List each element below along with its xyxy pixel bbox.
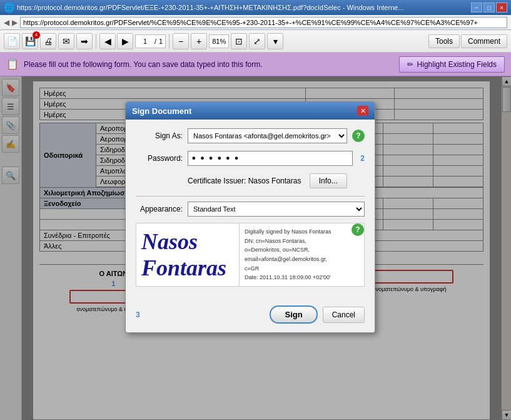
close-button[interactable]: × bbox=[496, 3, 507, 13]
cert-label: Certificate Issuer: Nasos Fontaras bbox=[188, 177, 301, 185]
sign-as-row: Sign As: Nasos Fontaras <afonta@gel.demo… bbox=[136, 128, 365, 143]
num2-label: 2 bbox=[360, 154, 365, 163]
sign-as-select[interactable]: Nasos Fontaras <afonta@gel.demokritos.gr… bbox=[188, 128, 347, 143]
separator bbox=[96, 34, 96, 49]
email-button[interactable]: ✉ bbox=[58, 33, 74, 49]
sig-details-area: Digitally signed by Nasos Fontaras DN: c… bbox=[239, 223, 352, 286]
tools-button[interactable]: Tools bbox=[428, 34, 460, 48]
address-bar: ◀ ▶ bbox=[0, 15, 511, 30]
main-area: 🔖 ☰ 📎 ✍ 🔍 Ημέρες Ημέρες bbox=[0, 76, 511, 420]
print-button[interactable]: 🖨 bbox=[40, 33, 56, 49]
zoom-value[interactable]: 81% bbox=[209, 34, 229, 48]
modal-close-button[interactable]: ✕ bbox=[357, 106, 368, 116]
sig-detail-3: o=Demokritos, ou=NCSR, bbox=[245, 246, 347, 254]
signature-preview: Nasos Fontaras Digitally signed by Nasos… bbox=[136, 223, 365, 287]
zoom-in-button[interactable]: + bbox=[191, 33, 207, 49]
sign-document-dialog: Sign Document ✕ Sign As: Nasos Fontaras … bbox=[125, 101, 375, 333]
sig-detail-6: Date: 2011.10.31 18:09:00 +02'00' bbox=[245, 274, 347, 282]
sign-as-help-button[interactable]: ? bbox=[352, 130, 365, 142]
page-indicator: / 1 bbox=[135, 34, 166, 48]
sig-detail-2: DN: cn=Nasos Fontaras, bbox=[245, 237, 347, 245]
page-number-input[interactable] bbox=[138, 38, 152, 45]
sig-name-area: Nasos Fontaras bbox=[136, 223, 239, 286]
minimize-button[interactable]: − bbox=[471, 3, 482, 13]
window-controls[interactable]: − □ × bbox=[471, 3, 507, 13]
appearance-label: Appearance: bbox=[136, 205, 183, 213]
browser-icon: 🌐 bbox=[4, 3, 14, 13]
appearance-select[interactable]: Standard Text bbox=[188, 202, 365, 217]
sign-button[interactable]: Sign bbox=[270, 305, 317, 324]
back-nav-icon[interactable]: ◀ bbox=[4, 18, 9, 27]
divider bbox=[136, 196, 365, 197]
password-row: Password: 2 bbox=[136, 151, 365, 166]
next-page-button[interactable]: ▶ bbox=[117, 33, 133, 49]
maximize-button[interactable]: □ bbox=[483, 3, 495, 13]
modal-titlebar: Sign Document ✕ bbox=[126, 102, 375, 120]
sig-detail-1: Digitally signed by Nasos Fontaras bbox=[245, 228, 347, 236]
forward-nav-icon[interactable]: ▶ bbox=[12, 18, 18, 27]
form-icon: 📋 bbox=[6, 58, 19, 70]
title-bar: 🌐 https://protocol.demokritos.gr/PDFServ… bbox=[0, 0, 511, 15]
highlight-icon: ✏ bbox=[407, 60, 413, 69]
more-button[interactable]: ▾ bbox=[267, 33, 283, 49]
modal-overlay: Sign Document ✕ Sign As: Nasos Fontaras … bbox=[0, 76, 511, 420]
badge: 4 bbox=[33, 31, 40, 39]
separator2 bbox=[169, 34, 169, 49]
save-button[interactable]: 💾 4 bbox=[22, 33, 38, 49]
address-input[interactable] bbox=[20, 17, 507, 28]
page-total: 1 bbox=[159, 38, 163, 45]
nav-controls[interactable]: ◀ ▶ bbox=[99, 33, 133, 49]
cancel-button[interactable]: Cancel bbox=[323, 307, 365, 323]
modal-body: Sign As: Nasos Fontaras <afonta@gel.demo… bbox=[126, 120, 375, 300]
password-input[interactable] bbox=[188, 151, 353, 166]
comment-button[interactable]: Comment bbox=[461, 34, 507, 48]
sig-help-button[interactable]: ? bbox=[352, 223, 364, 236]
page-separator: / bbox=[154, 38, 156, 45]
fit-page-button[interactable]: ⊡ bbox=[231, 33, 247, 49]
new-button[interactable]: 📄 bbox=[4, 33, 20, 49]
sign-as-label: Sign As: bbox=[136, 131, 183, 140]
info-button[interactable]: Info... bbox=[310, 173, 347, 188]
toolbar: 📄 💾 4 🖨 ✉ ➡ ◀ ▶ / 1 − + 81% ⊡ ⤢ ▾ Tools … bbox=[0, 30, 511, 53]
appearance-row: Appearance: Standard Text bbox=[136, 202, 365, 217]
prev-page-button[interactable]: ◀ bbox=[99, 33, 116, 49]
password-label: Password: bbox=[136, 154, 183, 163]
expand-button[interactable]: ⤢ bbox=[249, 33, 265, 49]
modal-footer: 3 Sign Cancel bbox=[126, 300, 375, 332]
notification-bar: 📋 Please fill out the following form. Yo… bbox=[0, 53, 511, 76]
sig-name-text: Nasos Fontaras bbox=[141, 228, 234, 281]
certificate-info: Certificate Issuer: Nasos Fontaras Info.… bbox=[136, 173, 365, 188]
tools-comment: Tools Comment bbox=[428, 34, 507, 48]
highlight-label: Highlight Existing Fields bbox=[417, 60, 497, 69]
modal-title: Sign Document bbox=[132, 106, 191, 116]
forward-button[interactable]: ➡ bbox=[76, 33, 93, 49]
num3-label: 3 bbox=[136, 310, 140, 319]
sig-detail-5: c=GR bbox=[245, 265, 347, 273]
title-text: https://protocol.demokritos.gr/PDFServle… bbox=[17, 4, 468, 11]
zoom-out-button[interactable]: − bbox=[173, 33, 189, 49]
sig-detail-4: email=afonta@gel.demokritos.gr, bbox=[245, 255, 347, 264]
notification-text: Please fill out the following form. You … bbox=[24, 60, 394, 69]
highlight-fields-button[interactable]: ✏ Highlight Existing Fields bbox=[399, 56, 505, 73]
